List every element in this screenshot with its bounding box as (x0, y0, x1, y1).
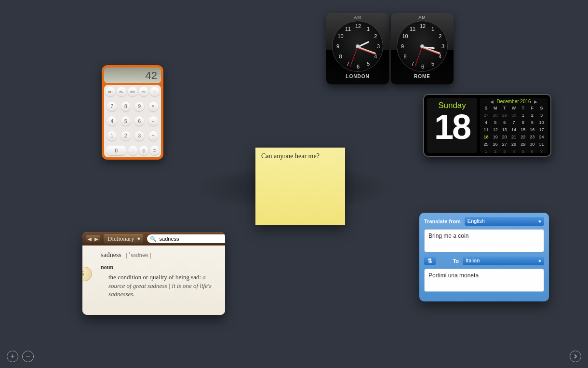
calendar-day-other[interactable]: 1 (481, 148, 491, 155)
calculator-widget[interactable]: 42 m+m-mcmr÷789×456−123+0.c= (102, 65, 163, 160)
dictionary-forward-button[interactable]: ▶ (93, 235, 100, 243)
calendar-day[interactable]: 15 (519, 126, 528, 133)
dictionary-pronunciation: | ˈsadnəs | (126, 251, 151, 259)
world-clock-london[interactable]: AM121234567891011LONDON (326, 13, 389, 84)
calendar-day[interactable]: 29 (519, 140, 528, 148)
calc-key-6[interactable]: 6 (134, 116, 144, 126)
minute-hand (357, 46, 376, 55)
clock-ampm: AM (326, 15, 389, 20)
calendar-day[interactable]: 3 (537, 111, 546, 119)
calendar-day[interactable]: 4 (481, 119, 491, 126)
calendar-date: 18 (427, 110, 477, 143)
calendar-day[interactable]: 18 (481, 133, 491, 140)
dashboard-more-button[interactable] (570, 351, 581, 362)
calendar-day-other[interactable]: 29 (500, 111, 509, 119)
calendar-day[interactable]: 17 (537, 126, 546, 133)
calc-key-×[interactable]: × (148, 102, 158, 111)
dictionary-body: S sadness | ˈsadnəs | noun the condition… (82, 245, 225, 315)
calc-key-−[interactable]: − (148, 116, 158, 126)
calc-key-.[interactable]: . (128, 146, 138, 155)
calendar-day-other[interactable]: 27 (481, 111, 491, 119)
calc-key-4[interactable]: 4 (107, 116, 117, 126)
calendar-day[interactable]: 22 (519, 133, 528, 140)
dictionary-source-select[interactable]: Dictionary (104, 234, 143, 244)
clock-numeral: 8 (401, 54, 409, 59)
calendar-day[interactable]: 13 (500, 126, 509, 133)
calc-key-1[interactable]: 1 (107, 131, 117, 141)
calendar-day[interactable]: 1 (519, 111, 528, 119)
calc-key-÷[interactable]: ÷ (150, 87, 160, 96)
dictionary-search-input[interactable] (159, 235, 225, 242)
clock-face: 121234567891011 (397, 21, 448, 72)
calendar-day[interactable]: 6 (500, 119, 509, 126)
calendar-day-other[interactable]: 3 (500, 148, 509, 155)
calendar-day-other[interactable]: 7 (537, 148, 546, 155)
calendar-day[interactable]: 30 (528, 140, 537, 148)
calendar-day-other[interactable]: 28 (491, 111, 500, 119)
calendar-prev-icon[interactable]: ◀ (490, 99, 494, 104)
calendar-day[interactable]: 23 (528, 133, 537, 140)
calc-key-m+[interactable]: m+ (106, 87, 115, 96)
dictionary-widget[interactable]: ◀ ▶ Dictionary 🔍 ✕ S sadness | ˈsadnəs |… (82, 232, 225, 315)
calendar-day-other[interactable]: 2 (491, 148, 500, 155)
swap-languages-button[interactable]: ⇅ (424, 257, 436, 265)
calendar-day-other[interactable]: 4 (509, 148, 518, 155)
calendar-day[interactable]: 31 (537, 140, 546, 148)
calendar-day[interactable]: 11 (481, 126, 491, 133)
calc-key-2[interactable]: 2 (121, 131, 131, 141)
translate-from-select[interactable]: English (465, 217, 544, 226)
calc-key-3[interactable]: 3 (134, 131, 144, 141)
dashboard-add-button[interactable]: + (7, 351, 18, 362)
calendar-widget[interactable]: Sunday 18 ◀ December 2016 ▶ SMTWTFS27282… (423, 94, 551, 157)
calc-key-mr[interactable]: mr (139, 87, 148, 96)
translator-widget[interactable]: Translate from English Bring me a coin ⇅… (419, 213, 549, 301)
world-clock-rome[interactable]: AM121234567891011ROME (391, 13, 454, 84)
calc-key-9[interactable]: 9 (134, 102, 144, 111)
clock-city-label: ROME (391, 74, 454, 79)
calc-key-=[interactable]: = (150, 146, 160, 155)
calendar-day[interactable]: 20 (500, 133, 509, 140)
dictionary-search-field[interactable]: 🔍 ✕ (147, 234, 225, 243)
calendar-day-other[interactable]: 5 (519, 148, 528, 155)
translate-source-text[interactable]: Bring me a coin (424, 229, 544, 252)
calendar-day[interactable]: 24 (537, 133, 546, 140)
calendar-day[interactable]: 14 (509, 126, 518, 133)
calc-key-7[interactable]: 7 (107, 102, 117, 111)
calendar-day[interactable]: 25 (481, 140, 491, 148)
calc-key-m-[interactable]: m- (117, 87, 126, 96)
translate-to-label: To (440, 258, 459, 264)
calendar-day[interactable]: 8 (519, 119, 528, 126)
dashboard-remove-button[interactable]: − (22, 351, 34, 362)
calendar-day[interactable]: 7 (509, 119, 518, 126)
calc-key-+[interactable]: + (148, 131, 158, 141)
calendar-day[interactable]: 12 (491, 126, 500, 133)
calendar-day[interactable]: 28 (509, 140, 518, 148)
dictionary-thumb-index[interactable]: S (82, 267, 92, 281)
calc-key-mc[interactable]: mc (128, 87, 137, 96)
clock-numeral: 1 (429, 26, 437, 32)
calendar-day[interactable]: 16 (528, 126, 537, 133)
calendar-day[interactable]: 10 (537, 119, 546, 126)
calendar-day[interactable]: 5 (491, 119, 500, 126)
calculator-keypad: m+m-mcmr÷789×456−123+0.c= (104, 85, 161, 157)
translate-to-select[interactable]: Italian (463, 257, 544, 265)
calculator-display: 42 (104, 68, 161, 83)
calendar-day[interactable]: 27 (500, 140, 509, 148)
sticky-note-widget[interactable]: Can anyone hear me? (255, 148, 345, 225)
calendar-day[interactable]: 26 (491, 140, 500, 148)
calc-key-5[interactable]: 5 (121, 116, 131, 126)
calendar-day[interactable]: 9 (528, 119, 537, 126)
calendar-day-other[interactable]: 6 (528, 148, 537, 155)
dictionary-back-button[interactable]: ◀ (86, 235, 93, 243)
calendar-next-icon[interactable]: ▶ (534, 99, 537, 104)
calc-key-8[interactable]: 8 (121, 102, 131, 111)
calendar-day-other[interactable]: 30 (509, 111, 518, 119)
calc-key-c[interactable]: c (139, 146, 148, 155)
clock-numeral: 9 (399, 43, 406, 49)
calc-key-0[interactable]: 0 (106, 146, 127, 155)
calendar-day[interactable]: 19 (491, 133, 500, 140)
calendar-day[interactable]: 21 (509, 133, 518, 140)
calendar-dow: T (500, 104, 509, 111)
calendar-day[interactable]: 2 (528, 111, 537, 119)
clock-numeral: 12 (419, 23, 427, 29)
